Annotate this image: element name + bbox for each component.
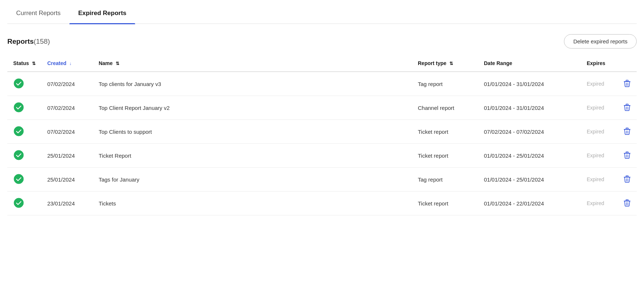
action-cell[interactable] bbox=[618, 120, 637, 144]
delete-row-icon[interactable] bbox=[623, 127, 631, 135]
svg-rect-27 bbox=[626, 200, 628, 201]
table-row: 23/01/2024TicketsTicket report01/01/2024… bbox=[7, 191, 637, 215]
svg-rect-12 bbox=[626, 128, 628, 129]
name-cell: Top Client Report January v2 bbox=[93, 96, 412, 120]
header-row: Reports(158) Delete expired reports bbox=[7, 24, 637, 56]
reports-table-wrapper: Status ⇅ Created ↓ Name ⇅ Report type ⇅ bbox=[7, 56, 637, 215]
date-range-cell: 01/01/2024 - 31/01/2024 bbox=[478, 72, 581, 96]
action-cell[interactable] bbox=[618, 191, 637, 215]
col-header-expires: Expires bbox=[581, 56, 618, 72]
status-icon bbox=[13, 126, 24, 137]
status-cell bbox=[7, 96, 41, 120]
status-icon bbox=[13, 78, 24, 89]
created-cell: 25/01/2024 bbox=[41, 168, 93, 191]
col-header-report-type[interactable]: Report type ⇅ bbox=[412, 56, 478, 72]
created-cell: 23/01/2024 bbox=[41, 191, 93, 215]
expires-cell: Expired bbox=[581, 168, 618, 191]
reports-title: Reports(158) bbox=[7, 37, 50, 45]
delete-row-icon[interactable] bbox=[623, 151, 631, 159]
table-row: 07/02/2024Top clients for January v3Tag … bbox=[7, 72, 637, 96]
report-type-cell: Channel report bbox=[412, 96, 478, 120]
date-range-cell: 07/02/2024 - 07/02/2024 bbox=[478, 120, 581, 144]
svg-point-10 bbox=[14, 126, 23, 136]
report-type-cell: Ticket report bbox=[412, 144, 478, 168]
svg-point-20 bbox=[14, 174, 23, 184]
svg-rect-7 bbox=[626, 104, 628, 105]
report-type-cell: Tag report bbox=[412, 168, 478, 191]
delete-row-icon[interactable] bbox=[623, 175, 631, 183]
report-type-cell: Ticket report bbox=[412, 120, 478, 144]
date-range-cell: 01/01/2024 - 31/01/2024 bbox=[478, 96, 581, 120]
created-cell: 25/01/2024 bbox=[41, 144, 93, 168]
delete-expired-reports-button[interactable]: Delete expired reports bbox=[564, 34, 637, 49]
report-type-cell: Tag report bbox=[412, 72, 478, 96]
status-icon bbox=[13, 102, 24, 113]
created-cell: 07/02/2024 bbox=[41, 120, 93, 144]
col-header-status[interactable]: Status ⇅ bbox=[7, 56, 41, 72]
table-row: 25/01/2024Tags for JanuaryTag report01/0… bbox=[7, 168, 637, 191]
expires-cell: Expired bbox=[581, 120, 618, 144]
tab-expired-reports[interactable]: Expired Reports bbox=[69, 4, 135, 24]
action-cell[interactable] bbox=[618, 96, 637, 120]
tab-current-reports[interactable]: Current Reports bbox=[7, 4, 69, 24]
sort-icon-name: ⇅ bbox=[116, 61, 119, 66]
table-row: 07/02/2024Top Clients to supportTicket r… bbox=[7, 120, 637, 144]
expires-cell: Expired bbox=[581, 144, 618, 168]
col-header-actions bbox=[618, 56, 637, 72]
name-cell: Tickets bbox=[93, 191, 412, 215]
report-type-cell: Ticket report bbox=[412, 191, 478, 215]
action-cell[interactable] bbox=[618, 144, 637, 168]
svg-point-15 bbox=[14, 150, 23, 160]
status-cell bbox=[7, 120, 41, 144]
name-cell: Ticket Report bbox=[93, 144, 412, 168]
svg-point-5 bbox=[14, 103, 23, 112]
date-range-cell: 01/01/2024 - 25/01/2024 bbox=[478, 168, 581, 191]
svg-point-25 bbox=[14, 198, 23, 208]
sort-icon-report-type: ⇅ bbox=[449, 61, 453, 66]
table-row: 07/02/2024Top Client Report January v2Ch… bbox=[7, 96, 637, 120]
reports-heading: Reports(158) bbox=[7, 37, 50, 46]
col-header-created[interactable]: Created ↓ bbox=[41, 56, 93, 72]
expires-cell: Expired bbox=[581, 191, 618, 215]
status-cell bbox=[7, 144, 41, 168]
status-icon bbox=[13, 197, 24, 208]
delete-row-icon[interactable] bbox=[623, 199, 631, 207]
delete-row-icon[interactable] bbox=[623, 103, 631, 111]
col-header-name[interactable]: Name ⇅ bbox=[93, 56, 412, 72]
col-header-date-range: Date Range bbox=[478, 56, 581, 72]
status-icon bbox=[13, 150, 24, 161]
sort-icon-status: ⇅ bbox=[32, 61, 36, 66]
name-cell: Top clients for January v3 bbox=[93, 72, 412, 96]
svg-rect-17 bbox=[626, 152, 628, 153]
created-cell: 07/02/2024 bbox=[41, 96, 93, 120]
name-cell: Top Clients to support bbox=[93, 120, 412, 144]
status-cell bbox=[7, 168, 41, 191]
sort-icon-created: ↓ bbox=[69, 61, 72, 66]
tabs-bar: Current Reports Expired Reports bbox=[7, 0, 637, 24]
name-cell: Tags for January bbox=[93, 168, 412, 191]
created-cell: 07/02/2024 bbox=[41, 72, 93, 96]
expires-cell: Expired bbox=[581, 96, 618, 120]
svg-rect-22 bbox=[626, 176, 628, 177]
reports-table: Status ⇅ Created ↓ Name ⇅ Report type ⇅ bbox=[7, 56, 637, 215]
date-range-cell: 01/01/2024 - 25/01/2024 bbox=[478, 144, 581, 168]
action-cell[interactable] bbox=[618, 168, 637, 191]
table-row: 25/01/2024Ticket ReportTicket report01/0… bbox=[7, 144, 637, 168]
status-cell bbox=[7, 191, 41, 215]
svg-point-0 bbox=[14, 79, 23, 88]
table-header-row: Status ⇅ Created ↓ Name ⇅ Report type ⇅ bbox=[7, 56, 637, 72]
action-cell[interactable] bbox=[618, 72, 637, 96]
delete-row-icon[interactable] bbox=[623, 79, 631, 87]
date-range-cell: 01/01/2024 - 22/01/2024 bbox=[478, 191, 581, 215]
page-container: Current Reports Expired Reports Reports(… bbox=[0, 0, 644, 283]
status-cell bbox=[7, 72, 41, 96]
status-icon bbox=[13, 173, 24, 185]
expires-cell: Expired bbox=[581, 72, 618, 96]
svg-rect-2 bbox=[626, 80, 628, 81]
